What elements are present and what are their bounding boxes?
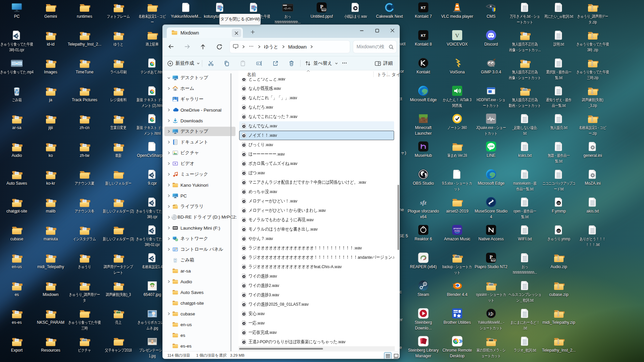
svg-text:KT: KT: [421, 34, 426, 38]
svg-text:KT: KT: [421, 6, 426, 10]
svg-text:music: music: [454, 230, 461, 232]
svg-text:ゆ: ゆ: [557, 229, 560, 233]
svg-text:sfz: sfz: [420, 199, 427, 206]
svg-text:LINE: LINE: [488, 145, 494, 147]
svg-text:NT2: NT2: [322, 9, 326, 11]
svg-text:ゆ: ゆ: [488, 311, 493, 316]
svg-text:ゆ: ゆ: [557, 201, 560, 205]
svg-text:amazon: amazon: [453, 227, 461, 230]
svg-text:V: V: [455, 33, 460, 39]
svg-text:NT2: NT2: [491, 259, 495, 261]
